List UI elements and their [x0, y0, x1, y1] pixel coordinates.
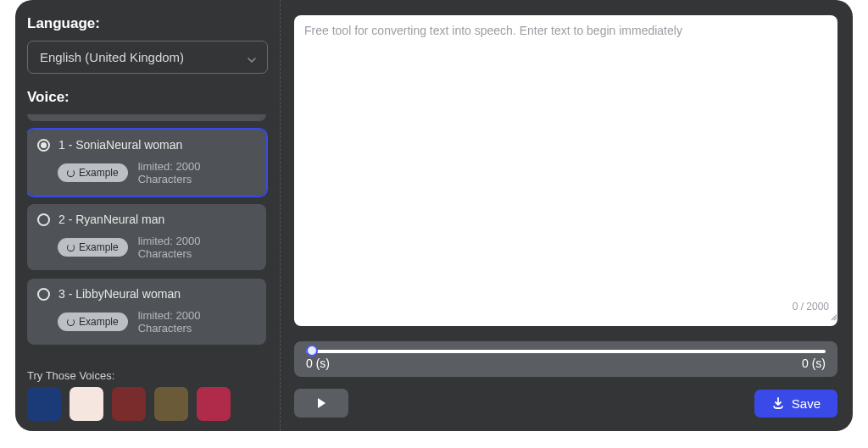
- voice-title: 2 - RyanNeural man: [58, 213, 164, 226]
- save-label: Save: [792, 396, 821, 411]
- chevron-down-icon: [247, 53, 255, 62]
- try-voices-title: Try Those Voices:: [27, 369, 268, 382]
- avatar[interactable]: [154, 387, 188, 421]
- slider-start-label: 0 (s): [306, 357, 330, 370]
- avatar[interactable]: [27, 387, 61, 421]
- language-value: English (United Kingdom): [40, 50, 184, 64]
- voice-card[interactable]: 1 - SoniaNeural woman Example limited: 2…: [27, 130, 266, 196]
- voice-title: 3 - LibbyNeural woman: [58, 287, 181, 301]
- limit-text: limited: 2000 Characters: [138, 309, 256, 335]
- save-button[interactable]: Save: [754, 390, 837, 418]
- char-counter: 0 / 2000: [793, 301, 829, 312]
- slider-thumb[interactable]: [306, 345, 318, 357]
- example-pill[interactable]: Example: [58, 312, 128, 331]
- example-pill[interactable]: Example: [58, 163, 128, 182]
- voice-card-peek: [27, 114, 266, 121]
- spinner-icon: [67, 318, 75, 326]
- limit-text: limited: 2000 Characters: [138, 160, 256, 185]
- avatar[interactable]: [112, 387, 146, 421]
- avatar[interactable]: [197, 387, 231, 421]
- language-label: Language:: [27, 15, 268, 32]
- example-pill[interactable]: Example: [58, 238, 128, 257]
- example-label: Example: [79, 316, 119, 328]
- voice-list[interactable]: 1 - SoniaNeural woman Example limited: 2…: [27, 114, 275, 350]
- voice-card[interactable]: 3 - LibbyNeural woman Example limited: 2…: [27, 279, 266, 345]
- voice-label: Voice:: [27, 89, 268, 106]
- example-label: Example: [79, 241, 119, 253]
- limit-text: limited: 2000 Characters: [138, 235, 256, 260]
- slider-track[interactable]: [306, 350, 826, 353]
- download-icon: [771, 396, 785, 410]
- avatar-row: [27, 387, 268, 421]
- resize-handle-icon[interactable]: [829, 309, 837, 318]
- play-button[interactable]: [294, 389, 348, 418]
- radio-selected-icon[interactable]: [37, 139, 50, 152]
- audio-slider[interactable]: 0 (s) 0 (s): [294, 341, 837, 377]
- spinner-icon: [67, 169, 75, 177]
- text-input[interactable]: [294, 15, 837, 326]
- radio-icon[interactable]: [37, 213, 50, 226]
- radio-icon[interactable]: [37, 288, 50, 301]
- avatar[interactable]: [70, 387, 103, 421]
- voice-card[interactable]: 2 - RyanNeural man Example limited: 2000…: [27, 204, 266, 270]
- slider-end-label: 0 (s): [802, 357, 826, 370]
- language-select[interactable]: English (United Kingdom): [27, 41, 268, 74]
- voice-title: 1 - SoniaNeural woman: [58, 138, 182, 152]
- play-icon: [314, 396, 328, 410]
- example-label: Example: [79, 167, 119, 179]
- spinner-icon: [67, 244, 75, 252]
